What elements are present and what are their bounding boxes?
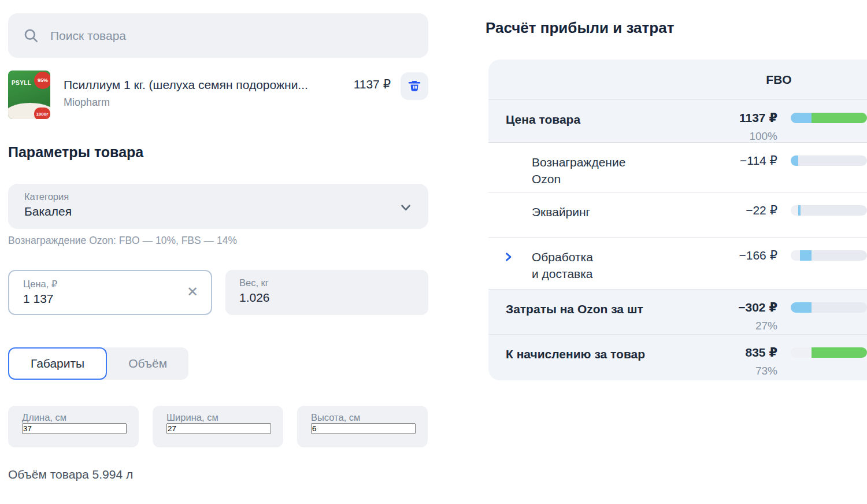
row-label: Цена товара	[506, 113, 580, 126]
acquiring-bar	[791, 205, 867, 216]
category-select[interactable]: Категория Бакалея	[8, 184, 428, 229]
length-input[interactable]	[22, 423, 127, 434]
expand-row-button[interactable]	[503, 252, 513, 264]
row-percent: 27%	[691, 320, 777, 332]
row-label: Затраты на Ozon за шт	[506, 302, 643, 316]
row-label-line2: и доставка	[532, 265, 691, 282]
product-image-text: PSYLL	[12, 80, 31, 86]
calc-heading: Расчёт прибыли и затрат	[486, 19, 674, 37]
table-header-row: FBO	[488, 60, 867, 99]
length-label: Длина, см	[22, 412, 125, 423]
tab-volume[interactable]: Объём	[107, 347, 188, 380]
row-value: 835 ₽	[691, 346, 777, 360]
tab-dimensions[interactable]: Габариты	[8, 347, 107, 380]
volume-note: Объём товара 5.994 л	[8, 468, 133, 481]
height-input[interactable]	[311, 423, 416, 434]
product-title: Псиллиум 1 кг. (шелуха семян подорожни..…	[64, 78, 339, 92]
row-percent: 100%	[691, 130, 777, 143]
params-heading: Параметры товара	[8, 144, 143, 161]
search-input[interactable]	[50, 29, 413, 43]
row-value: −302 ₽	[691, 301, 777, 314]
row-label-line2: Ozon	[532, 171, 691, 187]
calc-table: FBO Цена товара 1137 ₽ 100% Вознагражден…	[488, 60, 867, 380]
row-label: Вознаграждение	[532, 154, 691, 171]
commission-hint: Вознаграждение Ozon: FBO — 10%, FBS — 14…	[8, 235, 237, 247]
product-image: PSYLL 95% 1000г	[8, 71, 50, 119]
clear-price-icon[interactable]: ✕	[187, 285, 198, 299]
category-label: Категория	[24, 191, 412, 202]
row-value: −166 ₽	[691, 249, 777, 262]
row-label: К начислению за товар	[506, 347, 645, 361]
table-row-acquiring: Эквайринг −22 ₽	[488, 192, 867, 237]
table-row-costs: Затраты на Ozon за шт −302 ₽ 27%	[488, 289, 867, 334]
commission-bar	[791, 155, 867, 166]
width-label: Ширина, см	[166, 412, 269, 423]
length-field[interactable]: Длина, см	[8, 406, 139, 447]
chevron-right-icon	[503, 252, 513, 262]
row-value: −114 ₽	[691, 154, 777, 168]
processing-bar	[791, 250, 867, 261]
weight-field-label: Вес, кг	[239, 277, 414, 288]
weight-field[interactable]: Вес, кг	[225, 270, 428, 315]
weight-input[interactable]	[239, 291, 378, 305]
row-value: −22 ₽	[691, 203, 777, 217]
category-value: Бакалея	[24, 205, 412, 218]
row-label: Эквайринг	[532, 205, 590, 218]
costs-bar	[791, 302, 867, 313]
column-header-fbo: FBO	[691, 60, 867, 99]
product-price: 1137 ₽	[354, 77, 391, 91]
table-row-payout: К начислению за товар 835 ₽ 73%	[488, 334, 867, 380]
table-row-commission: Вознаграждение Ozon −114 ₽	[488, 142, 867, 192]
search-box	[8, 13, 428, 58]
product-image-badge-top: 95%	[34, 72, 50, 89]
dimension-tabs: Габариты Объём	[8, 347, 188, 380]
height-label: Высота, см	[311, 412, 414, 423]
row-percent: 73%	[691, 365, 777, 377]
product-brand: Miopharm	[64, 97, 110, 109]
width-input[interactable]	[166, 423, 271, 434]
dimension-fields: Длина, см Ширина, см Высота, см	[8, 406, 428, 447]
height-field[interactable]: Высота, см	[297, 406, 428, 447]
product-row: PSYLL 95% 1000г Псиллиум 1 кг. (шелуха с…	[8, 69, 428, 119]
search-icon	[23, 28, 39, 43]
delete-product-button[interactable]	[401, 72, 428, 100]
payout-bar	[791, 347, 867, 358]
price-bar	[791, 113, 867, 123]
chevron-down-icon	[398, 200, 413, 215]
price-field[interactable]: Цена, ₽ ✕	[8, 270, 212, 315]
table-row-processing[interactable]: Обработка и доставка −166 ₽	[488, 237, 867, 289]
row-value: 1137 ₽	[691, 111, 777, 125]
width-field[interactable]: Ширина, см	[153, 406, 283, 447]
table-row-price: Цена товара 1137 ₽ 100%	[488, 99, 867, 142]
price-input[interactable]	[23, 292, 162, 306]
trash-icon	[407, 79, 421, 93]
row-label: Обработка	[532, 249, 691, 265]
price-field-label: Цена, ₽	[23, 279, 197, 290]
product-image-badge-bottom: 1000г	[34, 108, 50, 119]
